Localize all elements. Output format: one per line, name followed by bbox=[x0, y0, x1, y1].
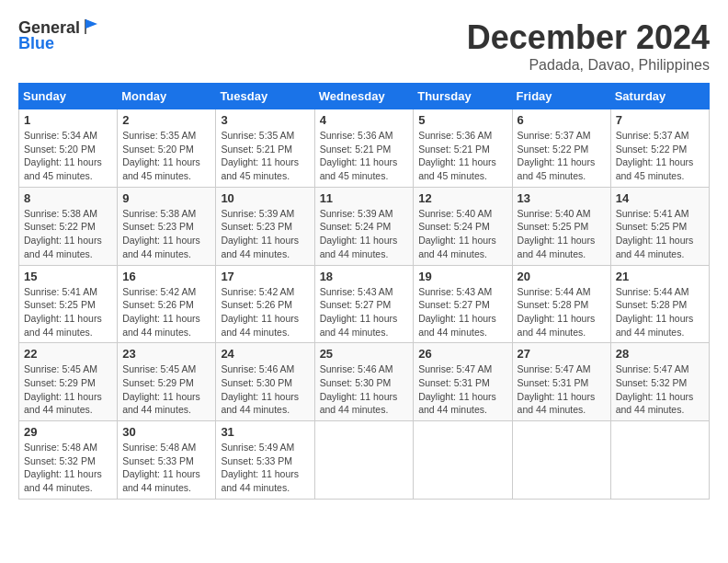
logo: General Blue bbox=[18, 18, 101, 53]
table-row: 5 Sunrise: 5:36 AM Sunset: 5:21 PM Dayli… bbox=[414, 109, 512, 188]
day-number: 15 bbox=[24, 270, 112, 283]
table-row: 24 Sunrise: 5:46 AM Sunset: 5:30 PM Dayl… bbox=[216, 343, 314, 421]
day-number: 9 bbox=[122, 191, 210, 205]
table-row: 14 Sunrise: 5:41 AM Sunset: 5:25 PM Dayl… bbox=[610, 187, 709, 265]
logo-blue: Blue bbox=[18, 34, 54, 53]
day-info: Sunrise: 5:36 AM Sunset: 5:21 PM Dayligh… bbox=[418, 129, 506, 183]
day-number: 13 bbox=[518, 191, 606, 205]
day-number: 20 bbox=[518, 270, 606, 283]
day-info: Sunrise: 5:47 AM Sunset: 5:32 PM Dayligh… bbox=[616, 362, 704, 417]
table-row: 17 Sunrise: 5:42 AM Sunset: 5:26 PM Dayl… bbox=[216, 265, 314, 343]
logo-flag-icon bbox=[83, 17, 101, 36]
col-thursday: Thursday bbox=[414, 84, 512, 109]
day-info: Sunrise: 5:46 AM Sunset: 5:30 PM Dayligh… bbox=[221, 362, 309, 417]
table-row: 30 Sunrise: 5:48 AM Sunset: 5:33 PM Dayl… bbox=[118, 421, 216, 500]
day-number: 23 bbox=[122, 347, 210, 361]
col-tuesday: Tuesday bbox=[216, 84, 314, 109]
day-info: Sunrise: 5:48 AM Sunset: 5:32 PM Dayligh… bbox=[24, 441, 112, 495]
day-number: 1 bbox=[24, 113, 112, 127]
table-row: 10 Sunrise: 5:39 AM Sunset: 5:23 PM Dayl… bbox=[216, 187, 314, 265]
day-number: 22 bbox=[24, 347, 112, 361]
table-row: 12 Sunrise: 5:40 AM Sunset: 5:24 PM Dayl… bbox=[414, 187, 512, 265]
table-row bbox=[414, 421, 512, 500]
day-info: Sunrise: 5:41 AM Sunset: 5:25 PM Dayligh… bbox=[616, 207, 704, 261]
day-info: Sunrise: 5:44 AM Sunset: 5:28 PM Dayligh… bbox=[616, 285, 704, 339]
col-wednesday: Wednesday bbox=[314, 84, 414, 109]
day-info: Sunrise: 5:42 AM Sunset: 5:26 PM Dayligh… bbox=[122, 285, 210, 339]
day-info: Sunrise: 5:38 AM Sunset: 5:23 PM Dayligh… bbox=[122, 207, 210, 261]
day-number: 27 bbox=[518, 347, 606, 361]
day-info: Sunrise: 5:40 AM Sunset: 5:24 PM Dayligh… bbox=[418, 207, 506, 261]
day-info: Sunrise: 5:38 AM Sunset: 5:22 PM Dayligh… bbox=[24, 207, 112, 261]
table-row: 25 Sunrise: 5:46 AM Sunset: 5:30 PM Dayl… bbox=[314, 343, 414, 421]
page-header: General Blue December 2024 Padada, Davao… bbox=[18, 18, 710, 74]
day-number: 31 bbox=[221, 425, 309, 439]
day-info: Sunrise: 5:44 AM Sunset: 5:28 PM Dayligh… bbox=[518, 285, 606, 339]
table-row: 13 Sunrise: 5:40 AM Sunset: 5:25 PM Dayl… bbox=[512, 187, 610, 265]
day-number: 10 bbox=[221, 191, 309, 205]
day-number: 29 bbox=[24, 425, 112, 439]
day-number: 26 bbox=[418, 347, 506, 361]
day-info: Sunrise: 5:47 AM Sunset: 5:31 PM Dayligh… bbox=[418, 362, 506, 417]
col-sunday: Sunday bbox=[19, 84, 118, 109]
table-row: 22 Sunrise: 5:45 AM Sunset: 5:29 PM Dayl… bbox=[19, 343, 118, 421]
day-info: Sunrise: 5:34 AM Sunset: 5:20 PM Dayligh… bbox=[24, 129, 112, 183]
table-row: 1 Sunrise: 5:34 AM Sunset: 5:20 PM Dayli… bbox=[19, 109, 118, 188]
table-row bbox=[512, 421, 610, 500]
day-number: 2 bbox=[122, 113, 210, 127]
day-number: 19 bbox=[418, 270, 506, 283]
day-info: Sunrise: 5:39 AM Sunset: 5:24 PM Dayligh… bbox=[320, 207, 409, 261]
table-row bbox=[314, 421, 414, 500]
day-number: 14 bbox=[616, 191, 704, 205]
day-number: 24 bbox=[221, 347, 309, 361]
day-number: 12 bbox=[418, 191, 506, 205]
day-info: Sunrise: 5:37 AM Sunset: 5:22 PM Dayligh… bbox=[518, 129, 606, 183]
day-number: 11 bbox=[320, 191, 409, 205]
day-number: 17 bbox=[221, 270, 309, 283]
table-row: 21 Sunrise: 5:44 AM Sunset: 5:28 PM Dayl… bbox=[610, 265, 709, 343]
day-number: 25 bbox=[320, 347, 409, 361]
day-info: Sunrise: 5:43 AM Sunset: 5:27 PM Dayligh… bbox=[418, 285, 506, 339]
day-info: Sunrise: 5:45 AM Sunset: 5:29 PM Dayligh… bbox=[24, 362, 112, 417]
calendar-week-1: 1 Sunrise: 5:34 AM Sunset: 5:20 PM Dayli… bbox=[19, 109, 710, 188]
calendar-week-5: 29 Sunrise: 5:48 AM Sunset: 5:32 PM Dayl… bbox=[19, 421, 710, 500]
table-row bbox=[610, 421, 709, 500]
day-number: 28 bbox=[616, 347, 704, 361]
day-number: 30 bbox=[122, 425, 210, 439]
day-info: Sunrise: 5:43 AM Sunset: 5:27 PM Dayligh… bbox=[320, 285, 409, 339]
calendar-header-row: Sunday Monday Tuesday Wednesday Thursday… bbox=[19, 84, 710, 109]
table-row: 18 Sunrise: 5:43 AM Sunset: 5:27 PM Dayl… bbox=[314, 265, 414, 343]
table-row: 4 Sunrise: 5:36 AM Sunset: 5:21 PM Dayli… bbox=[314, 109, 414, 188]
day-info: Sunrise: 5:41 AM Sunset: 5:25 PM Dayligh… bbox=[24, 285, 112, 339]
table-row: 3 Sunrise: 5:35 AM Sunset: 5:21 PM Dayli… bbox=[216, 109, 314, 188]
calendar-week-3: 15 Sunrise: 5:41 AM Sunset: 5:25 PM Dayl… bbox=[19, 265, 710, 343]
table-row: 20 Sunrise: 5:44 AM Sunset: 5:28 PM Dayl… bbox=[512, 265, 610, 343]
col-saturday: Saturday bbox=[610, 84, 709, 109]
day-info: Sunrise: 5:39 AM Sunset: 5:23 PM Dayligh… bbox=[221, 207, 309, 261]
calendar-table: Sunday Monday Tuesday Wednesday Thursday… bbox=[18, 83, 710, 500]
day-info: Sunrise: 5:35 AM Sunset: 5:20 PM Dayligh… bbox=[122, 129, 210, 183]
col-friday: Friday bbox=[512, 84, 610, 109]
day-number: 21 bbox=[616, 270, 704, 283]
table-row: 16 Sunrise: 5:42 AM Sunset: 5:26 PM Dayl… bbox=[118, 265, 216, 343]
table-row: 31 Sunrise: 5:49 AM Sunset: 5:33 PM Dayl… bbox=[216, 421, 314, 500]
day-number: 5 bbox=[418, 113, 506, 127]
day-number: 8 bbox=[24, 191, 112, 205]
day-info: Sunrise: 5:47 AM Sunset: 5:31 PM Dayligh… bbox=[518, 362, 606, 417]
day-info: Sunrise: 5:40 AM Sunset: 5:25 PM Dayligh… bbox=[518, 207, 606, 261]
table-row: 26 Sunrise: 5:47 AM Sunset: 5:31 PM Dayl… bbox=[414, 343, 512, 421]
table-row: 27 Sunrise: 5:47 AM Sunset: 5:31 PM Dayl… bbox=[512, 343, 610, 421]
location-title: Padada, Davao, Philippines bbox=[467, 57, 710, 74]
day-number: 3 bbox=[221, 113, 309, 127]
day-info: Sunrise: 5:35 AM Sunset: 5:21 PM Dayligh… bbox=[221, 129, 309, 183]
logo-text-group: General Blue bbox=[18, 18, 101, 53]
month-title: December 2024 bbox=[467, 18, 710, 57]
table-row: 19 Sunrise: 5:43 AM Sunset: 5:27 PM Dayl… bbox=[414, 265, 512, 343]
table-row: 28 Sunrise: 5:47 AM Sunset: 5:32 PM Dayl… bbox=[610, 343, 709, 421]
title-section: December 2024 Padada, Davao, Philippines bbox=[467, 18, 710, 74]
day-number: 4 bbox=[320, 113, 409, 127]
day-info: Sunrise: 5:36 AM Sunset: 5:21 PM Dayligh… bbox=[320, 129, 409, 183]
day-info: Sunrise: 5:48 AM Sunset: 5:33 PM Dayligh… bbox=[122, 441, 210, 495]
svg-marker-2 bbox=[85, 19, 97, 29]
table-row: 11 Sunrise: 5:39 AM Sunset: 5:24 PM Dayl… bbox=[314, 187, 414, 265]
